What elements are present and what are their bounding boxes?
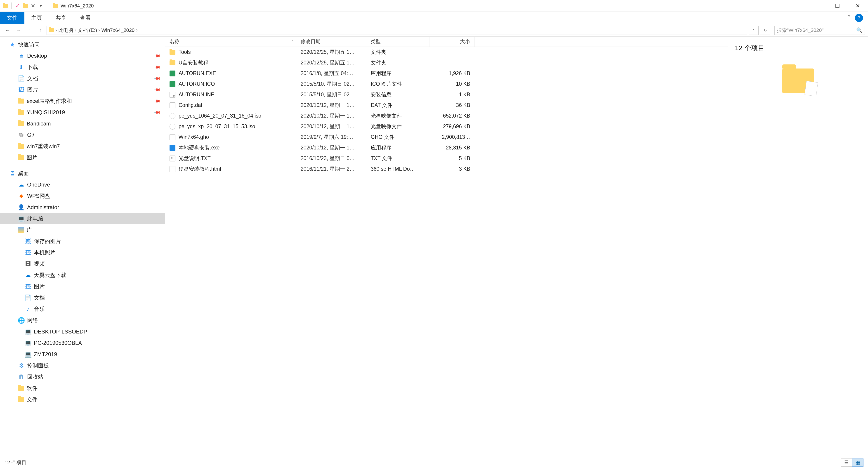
sidebar-item[interactable]: ♪音乐 (0, 304, 165, 315)
sidebar-item-label: 下载 (27, 64, 38, 71)
sidebar-item[interactable]: 🎞视频 (0, 258, 165, 270)
file-size: 5 KB (430, 155, 475, 161)
view-details-button[interactable]: ☰ (841, 459, 852, 467)
file-row[interactable]: 光盘说明.TXT2016/10/23, 星期日 0…TXT 文件5 KB (165, 153, 728, 164)
sidebar-item[interactable]: 📄文档📌 (0, 73, 165, 84)
file-name: Tools (179, 49, 191, 55)
column-size[interactable]: 大小 (430, 37, 475, 46)
column-type[interactable]: 类型 (366, 37, 430, 46)
qat-dropdown-icon[interactable]: ▾ (38, 3, 43, 9)
file-row[interactable]: AUTORUN.ICO2015/5/10, 星期日 02…ICO 图片文件10 … (165, 79, 728, 89)
sidebar-item[interactable]: ★快速访问 (0, 39, 165, 50)
breadcrumb-item[interactable]: 文档 (E:) (78, 27, 97, 34)
sidebar-item[interactable]: YUNQISHI2019📌 (0, 107, 165, 118)
pic-icon: 🖼 (25, 283, 31, 290)
address-dropdown-icon[interactable]: ˅ (749, 26, 758, 35)
column-date[interactable]: 修改日期 (296, 37, 366, 46)
file-row[interactable]: AUTORUN.INF2015/5/10, 星期日 02…安装信息1 KB (165, 89, 728, 100)
chevron-right-icon[interactable]: › (55, 27, 57, 33)
refresh-button[interactable]: ↻ (761, 26, 770, 35)
sidebar-item-label: 库 (27, 226, 32, 233)
address-folder-icon (49, 28, 54, 32)
close-button[interactable]: ✕ (848, 0, 868, 12)
sidebar-item[interactable]: 👤Administrator (0, 202, 165, 213)
sidebar-item[interactable]: 💻ZMT2019 (0, 349, 165, 360)
sidebar-item[interactable]: excel表格制作求和📌 (0, 95, 165, 107)
qat-close-icon[interactable]: ✕ (30, 3, 36, 9)
separator (47, 2, 47, 9)
ribbon-collapse-icon[interactable]: ˅ (846, 15, 852, 21)
file-size: 1 KB (430, 92, 475, 98)
recent-dropdown-icon[interactable]: ˅ (25, 26, 34, 35)
sidebar-item[interactable]: ◆WPS网盘 (0, 190, 165, 202)
qat-yellow-folder-icon[interactable] (22, 3, 28, 9)
title-folder-icon (53, 4, 58, 8)
qat-checkmark-icon[interactable]: ✓ (15, 3, 21, 9)
file-icon (169, 70, 176, 76)
chevron-right-icon[interactable]: › (98, 27, 100, 33)
maximize-button[interactable]: ☐ (827, 0, 848, 12)
sidebar-item[interactable]: 💻DESKTOP-LSSOEDP (0, 326, 165, 337)
up-button[interactable]: ↑ (36, 26, 45, 35)
breadcrumb-item[interactable]: 此电脑 (58, 27, 73, 34)
ribbon-tab-share[interactable]: 共享 (49, 12, 73, 24)
sidebar-item[interactable]: 软件 (0, 382, 165, 394)
column-name[interactable]: 名称˄ (165, 37, 296, 46)
file-type: DAT 文件 (366, 102, 430, 109)
sidebar-item[interactable]: Bandicam (0, 118, 165, 129)
sidebar-item[interactable]: 🖼图片 (0, 281, 165, 292)
file-row[interactable]: 本地硬盘安装.exe2020/10/12, 星期一 1…应用程序28,315 K… (165, 143, 728, 153)
sidebar-item[interactable]: ⚙控制面板 (0, 360, 165, 371)
forward-button[interactable]: → (14, 26, 23, 35)
sidebar-item[interactable]: 🖼本机照片 (0, 247, 165, 258)
sidebar-item[interactable]: 🗑回收站 (0, 371, 165, 382)
file-name: 硬盘安装教程.html (179, 165, 221, 173)
chevron-right-icon[interactable]: › (136, 27, 137, 33)
sidebar-item[interactable]: 图片 (0, 152, 165, 163)
file-row[interactable]: AUTORUN.EXE2016/1/8, 星期五 04:…应用程序1,926 K… (165, 68, 728, 79)
sidebar-item[interactable]: 🖥桌面 (0, 168, 165, 179)
file-row[interactable]: pe_yqs_xp_20_07_31_15_53.iso2020/10/12, … (165, 121, 728, 132)
sidebar-item[interactable]: 📄文档 (0, 292, 165, 304)
sidebar-item[interactable]: ⬇下载📌 (0, 62, 165, 73)
file-icon (169, 145, 176, 151)
file-size: 10 KB (430, 81, 475, 87)
sidebar-item[interactable]: 🌐网络 (0, 315, 165, 326)
doc-icon: 📄 (25, 294, 31, 301)
file-date: 2016/10/23, 星期日 0… (296, 155, 366, 162)
file-icon (169, 81, 176, 87)
sidebar-item-label: 回收站 (27, 373, 43, 380)
back-button[interactable]: ← (3, 26, 12, 35)
breadcrumb-item[interactable]: Win7x64_2020 (101, 27, 135, 33)
minimize-button[interactable]: ─ (807, 0, 827, 12)
ribbon-tab-home[interactable]: 主页 (24, 12, 49, 24)
sidebar-item[interactable]: 🖥Desktop📌 (0, 50, 165, 62)
search-input[interactable]: 搜索"Win7x64_2020" 🔍 (774, 26, 865, 35)
file-row[interactable]: Win7x64.gho2019/9/7, 星期六 19:…GHO 文件2,900… (165, 132, 728, 143)
sidebar-item[interactable]: 🖼图片📌 (0, 84, 165, 95)
sidebar-item[interactable]: 库 (0, 224, 165, 236)
sidebar-item[interactable]: ☁OneDrive (0, 179, 165, 190)
sidebar-item-label: ZMT2019 (34, 351, 57, 357)
file-row[interactable]: Tools2020/12/25, 星期五 1…文件夹 (165, 47, 728, 57)
view-icons-button[interactable]: ▦ (852, 459, 864, 467)
file-row[interactable]: Config.dat2020/10/12, 星期一 1…DAT 文件36 KB (165, 100, 728, 111)
file-row[interactable]: U盘安装教程2020/12/25, 星期五 1…文件夹 (165, 57, 728, 68)
file-row[interactable]: 硬盘安装教程.html2016/11/21, 星期一 2…360 se HTML… (165, 164, 728, 174)
sidebar-item[interactable]: 文件 (0, 394, 165, 405)
help-icon[interactable]: ? (855, 14, 863, 22)
sidebar-item[interactable]: 💻PC-20190530OBLA (0, 337, 165, 349)
address-bar[interactable]: › 此电脑 › 文档 (E:) › Win7x64_2020 › (46, 26, 747, 35)
search-icon[interactable]: 🔍 (856, 27, 862, 33)
ribbon-tab-file[interactable]: 文件 (0, 12, 24, 24)
wps-icon: ◆ (18, 193, 24, 199)
file-row[interactable]: pe_yqs_1064_20_07_31_16_04.iso2020/10/12… (165, 111, 728, 121)
sidebar-item[interactable]: win7重装win7 (0, 141, 165, 152)
file-date: 2020/10/12, 星期一 1… (296, 112, 366, 119)
sidebar-item[interactable]: 🖼保存的图片 (0, 236, 165, 247)
sidebar-item[interactable]: ☁天翼云盘下载 (0, 270, 165, 281)
chevron-right-icon[interactable]: › (74, 27, 76, 33)
sidebar-item[interactable]: 💻此电脑 (0, 213, 165, 224)
sidebar-item[interactable]: ⛃G:\ (0, 129, 165, 141)
ribbon-tab-view[interactable]: 查看 (73, 12, 98, 24)
